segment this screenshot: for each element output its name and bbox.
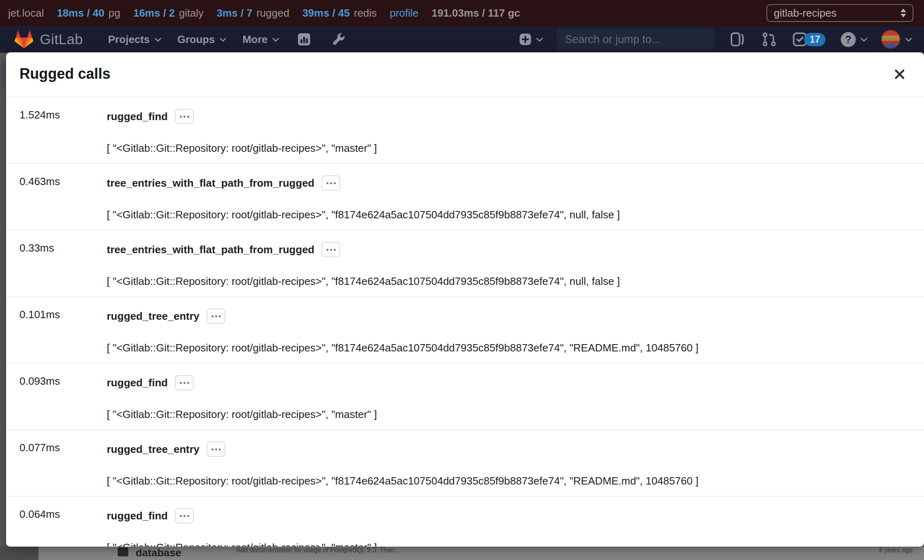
call-details-button[interactable]: [175, 375, 194, 390]
call-details-button[interactable]: [207, 308, 225, 324]
call-name: rugged_find: [107, 510, 168, 522]
nav-menu: Projects Groups More: [108, 33, 277, 46]
perf-metric-gitaly: 16ms / 2 gitaly: [133, 7, 203, 19]
call-details-button[interactable]: [175, 109, 194, 124]
close-icon: [893, 68, 906, 81]
ellipsis-icon: [326, 249, 328, 251]
search-input[interactable]: [565, 33, 708, 46]
call-args: [ "<Gitlab::Git::Repository: root/gitlab…: [107, 342, 906, 354]
call-details-button[interactable]: [322, 175, 340, 191]
call-duration: 1.524ms: [19, 109, 107, 154]
ellipsis-icon: [326, 182, 328, 184]
ellipsis-icon: [180, 515, 182, 517]
folder-icon: [118, 547, 128, 556]
merge-request-icon[interactable]: [761, 32, 777, 47]
perf-metric-redis-label: redis: [354, 7, 377, 19]
performance-bar: jet.local 18ms / 40 pg 16ms / 2 gitaly 3…: [0, 0, 924, 26]
call-name: tree_entries_with_flat_path_from_rugged: [107, 243, 314, 256]
close-button[interactable]: [892, 66, 908, 82]
brand-name: GitLab: [40, 31, 83, 47]
nav-item-groups[interactable]: Groups: [177, 33, 225, 46]
call-name: rugged_tree_entry: [107, 310, 199, 322]
perf-metric-gitaly-label: gitaly: [179, 7, 204, 19]
chevron-down-icon: [861, 35, 868, 42]
project-selector[interactable]: gitlab-recipes: [766, 4, 913, 22]
table-row: 0.064ms rugged_find [ "<Gitlab::Git::Rep…: [6, 497, 924, 547]
nav-shortcut-icons: [297, 32, 345, 47]
profile-link[interactable]: profile: [390, 7, 419, 19]
call-args: [ "<Gitlab::Git::Repository: root/gitlab…: [107, 408, 906, 420]
select-spinner-icon: [900, 9, 906, 17]
modal-title: Rugged calls: [19, 65, 110, 82]
file-table-row: database: [99, 547, 875, 560]
call-details-button[interactable]: [322, 242, 340, 257]
chevron-down-icon: [220, 35, 227, 42]
file-name: database: [136, 547, 181, 559]
nav-item-projects[interactable]: Projects: [108, 33, 160, 46]
avatar: [881, 30, 900, 49]
call-name: rugged_find: [107, 377, 168, 389]
project-selector-value: gitlab-recipes: [774, 7, 896, 19]
last-updated: 4 years ago: [879, 547, 913, 554]
todo-count-badge: 17: [804, 33, 825, 46]
perf-metric-redis: 39ms / 45 redis: [302, 7, 377, 19]
tanuki-icon: [15, 31, 33, 48]
perf-metric-rugged-value[interactable]: 3ms / 7: [217, 7, 253, 19]
ellipsis-icon: [180, 382, 182, 384]
call-duration: 0.093ms: [19, 375, 107, 420]
plus-square-icon: [518, 32, 532, 46]
perf-gc-stat: 191.03ms / 117 gc: [432, 7, 520, 19]
chevron-down-icon: [272, 35, 279, 42]
call-args: [ "<Gitlab::Git::Repository: root/gitlab…: [107, 275, 906, 287]
nav-item-more-label: More: [242, 33, 268, 46]
perf-metric-pg-value[interactable]: 18ms / 40: [57, 7, 104, 19]
new-menu[interactable]: [518, 32, 541, 46]
dimmed-sidebar: [0, 547, 39, 560]
perf-metric-rugged-label: rugged: [257, 7, 289, 19]
call-duration: 0.463ms: [19, 175, 107, 221]
table-row: 0.33ms tree_entries_with_flat_path_from_…: [6, 230, 924, 297]
gitlab-logo[interactable]: GitLab: [15, 31, 83, 48]
modal-header: Rugged calls: [6, 52, 924, 97]
table-row: 0.463ms tree_entries_with_flat_path_from…: [6, 164, 924, 230]
todos-button[interactable]: 17: [792, 32, 825, 47]
table-row: 0.093ms rugged_find [ "<Gitlab::Git::Rep…: [6, 364, 924, 430]
ellipsis-icon: [212, 448, 214, 450]
chevron-down-icon: [905, 35, 912, 42]
call-args: [ "<Gitlab::Git::Repository: root/gitlab…: [107, 475, 906, 487]
call-duration: 0.33ms: [19, 242, 107, 287]
navbar-right-cluster: 17 ?: [518, 28, 910, 50]
help-menu[interactable]: ?: [841, 32, 866, 47]
issues-icon[interactable]: [730, 32, 746, 47]
call-duration: 0.101ms: [19, 308, 107, 354]
table-row: 1.524ms rugged_find [ "<Gitlab::Git::Rep…: [6, 97, 924, 164]
analytics-chart-icon[interactable]: [297, 32, 311, 47]
perf-metric-rugged: 3ms / 7 rugged: [217, 7, 289, 19]
call-name: tree_entries_with_flat_path_from_rugged: [107, 177, 314, 189]
perf-metric-redis-value[interactable]: 39ms / 45: [302, 7, 350, 19]
rugged-calls-modal: Rugged calls 1.524ms rugged_find [ "<Git…: [6, 52, 924, 547]
perf-metric-pg: 18ms / 40 pg: [57, 7, 120, 19]
commit-message: Add documentation for usage of PostgreSQ…: [236, 547, 400, 554]
perf-metric-pg-label: pg: [108, 7, 120, 19]
user-menu[interactable]: [881, 30, 910, 49]
perf-host: jet.local: [8, 7, 44, 19]
call-details-button[interactable]: [175, 508, 194, 523]
ellipsis-icon: [212, 315, 214, 317]
perf-metric-gitaly-value[interactable]: 16ms / 2: [133, 7, 175, 19]
admin-wrench-icon[interactable]: [331, 32, 345, 47]
nav-item-projects-label: Projects: [108, 33, 150, 46]
nav-item-groups-label: Groups: [177, 33, 215, 46]
nav-item-more[interactable]: More: [242, 33, 277, 46]
call-details-button[interactable]: [207, 442, 225, 457]
call-duration: 0.064ms: [19, 508, 107, 547]
dimmed-page-bottom: database Add documentation for usage of …: [0, 547, 924, 560]
call-args: [ "<Gitlab::Git::Repository: root/gitlab…: [107, 541, 906, 547]
call-duration: 0.077ms: [19, 442, 107, 487]
chevron-down-icon: [536, 35, 543, 42]
call-args: [ "<Gitlab::Git::Repository: root/gitlab…: [107, 209, 906, 221]
dimmed-sidebar-item: [1, 61, 6, 88]
global-search: [557, 28, 714, 50]
help-icon: ?: [841, 32, 856, 47]
ellipsis-icon: [180, 116, 182, 118]
